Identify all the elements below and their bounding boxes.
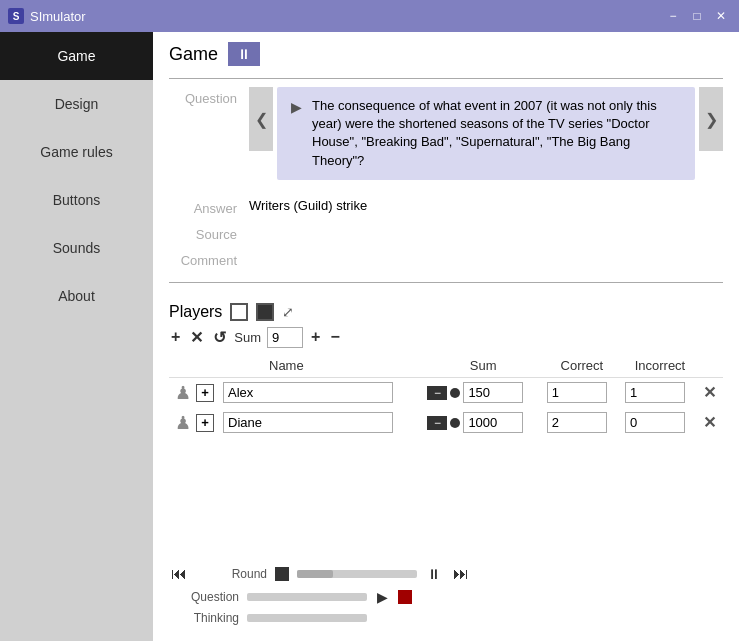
col-sum: Sum [423, 354, 542, 378]
sidebar-item-about[interactable]: About [0, 272, 153, 320]
delete-player-button-1[interactable]: ✕ [703, 383, 716, 402]
divider-1 [169, 78, 723, 79]
main-layout: Game Design Game rules Buttons Sounds Ab… [0, 32, 739, 641]
sidebar-item-sounds[interactable]: Sounds [0, 224, 153, 272]
col-correct: Correct [543, 354, 621, 378]
player-name-input-1[interactable] [223, 382, 393, 403]
question-ctrl-label: Question [169, 590, 239, 604]
minimize-button[interactable]: − [663, 6, 683, 26]
table-row: ♟ + − [169, 377, 723, 408]
sum-input-2[interactable] [463, 412, 523, 433]
nav-prev-button[interactable]: ❮ [249, 87, 273, 151]
window-controls: − □ ✕ [663, 6, 731, 26]
thinking-label: Thinking [169, 611, 239, 625]
round-seek-bar[interactable] [297, 570, 417, 578]
sidebar-item-game[interactable]: Game [0, 32, 153, 80]
col-delete [699, 354, 723, 378]
players-title: Players [169, 303, 222, 321]
incorrect-input-2[interactable] [625, 412, 685, 433]
dot-button-2[interactable] [450, 418, 460, 428]
play-icon[interactable]: ▶ [291, 99, 302, 115]
remove-player-toolbar-button[interactable]: ✕ [188, 328, 205, 347]
round-control-row: ⏮ Round ⏸ ⏭ [169, 565, 723, 583]
correct-input-1[interactable] [547, 382, 607, 403]
refresh-button[interactable]: ↺ [211, 328, 228, 347]
pause-button[interactable]: ⏸ [228, 42, 260, 66]
col-incorrect: Incorrect [621, 354, 699, 378]
app-title: SImulator [30, 9, 663, 24]
col-actions [169, 354, 219, 378]
maximize-button[interactable]: □ [687, 6, 707, 26]
table-row: ♟ + − [169, 408, 723, 438]
divider-2 [169, 282, 723, 283]
round-label: Round [197, 567, 267, 581]
thinking-control-row: Thinking [169, 611, 723, 625]
answer-content: Writers (Guild) strike [249, 196, 723, 274]
sidebar-item-game-rules[interactable]: Game rules [0, 128, 153, 176]
minus-score-button-2[interactable]: − [427, 416, 447, 430]
expand-icon[interactable]: ⤢ [282, 304, 294, 320]
sum-label: Sum [234, 330, 261, 345]
sidebar-item-buttons[interactable]: Buttons [0, 176, 153, 224]
player-name-input-2[interactable] [223, 412, 393, 433]
question-seek-bar[interactable] [247, 593, 367, 601]
incorrect-input-1[interactable] [625, 382, 685, 403]
answer-labels: Answer Source Comment [169, 196, 249, 274]
answer-area: Answer Source Comment Writers (Guild) st… [169, 196, 723, 274]
dot-button-1[interactable] [450, 388, 460, 398]
delete-player-button-2[interactable]: ✕ [703, 413, 716, 432]
player-avatar-1: ♟ [173, 382, 193, 404]
rewind-button[interactable]: ⏮ [169, 565, 189, 583]
sidebar: Game Design Game rules Buttons Sounds Ab… [0, 32, 153, 641]
titlebar: S SImulator − □ ✕ [0, 0, 739, 32]
view-filled-icon[interactable] [256, 303, 274, 321]
players-header: Players ⤢ [169, 303, 723, 321]
question-box: ▶ The consequence of what event in 2007 … [277, 87, 695, 180]
content-area: Game ⏸ Question ❮ ▶ The consequence of w… [153, 32, 739, 641]
question-row: Question ❮ ▶ The consequence of what eve… [169, 87, 723, 180]
comment-label: Comment [169, 248, 237, 274]
question-record-icon [398, 590, 412, 604]
sum-input-1[interactable] [463, 382, 523, 403]
question-text: The consequence of what event in 2007 (i… [312, 97, 681, 170]
correct-input-2[interactable] [547, 412, 607, 433]
sum-minus-button[interactable]: − [328, 328, 341, 346]
round-pause-button[interactable]: ⏸ [425, 566, 443, 582]
question-label: Question [169, 91, 249, 106]
game-section-title: Game [169, 44, 218, 65]
sum-input[interactable] [267, 327, 303, 348]
round-seek-fill [297, 570, 333, 578]
question-control-row: Question ▶ [169, 589, 723, 605]
add-score-button-2[interactable]: + [196, 414, 214, 432]
app-icon: S [8, 8, 24, 24]
close-button[interactable]: ✕ [711, 6, 731, 26]
round-stop-icon [275, 567, 289, 581]
players-toolbar: + ✕ ↺ Sum + − [169, 327, 723, 348]
answer-text: Writers (Guild) strike [249, 198, 367, 213]
round-fastforward-button[interactable]: ⏭ [451, 565, 471, 583]
game-header: Game ⏸ [169, 42, 723, 66]
players-section: Players ⤢ + ✕ ↺ Sum + − Name [169, 303, 723, 438]
nav-next-button[interactable]: ❯ [699, 87, 723, 151]
sum-add-button[interactable]: + [309, 328, 322, 346]
add-score-button-1[interactable]: + [196, 384, 214, 402]
players-table: Name Sum Correct Incorrect ♟ + [169, 354, 723, 438]
col-name: Name [219, 354, 423, 378]
source-label: Source [169, 222, 237, 248]
playback-controls: ⏮ Round ⏸ ⏭ Question ▶ Thinking [169, 549, 723, 631]
view-outline-icon[interactable] [230, 303, 248, 321]
question-play-button[interactable]: ▶ [375, 589, 390, 605]
thinking-seek-bar[interactable] [247, 614, 367, 622]
sidebar-item-design[interactable]: Design [0, 80, 153, 128]
minus-score-button-1[interactable]: − [427, 386, 447, 400]
answer-label: Answer [169, 196, 237, 222]
add-player-toolbar-button[interactable]: + [169, 328, 182, 346]
player-avatar-2: ♟ [173, 412, 193, 434]
